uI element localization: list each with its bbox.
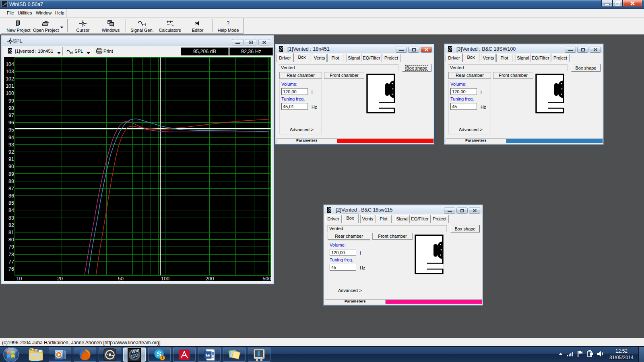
svg-text:99: 99 — [8, 98, 14, 104]
svg-text:101: 101 — [6, 83, 14, 89]
svg-text:200: 200 — [206, 276, 214, 281]
svg-text:87: 87 — [8, 186, 14, 191]
svg-text:1: 1 — [161, 356, 164, 360]
svg-text:97: 97 — [8, 113, 14, 118]
svg-text:86: 86 — [8, 193, 14, 199]
svg-text:77: 77 — [8, 259, 14, 265]
svg-text:95: 95 — [8, 127, 14, 133]
svg-text:91: 91 — [8, 156, 14, 162]
svg-text:93: 93 — [8, 142, 14, 148]
svg-text:89: 89 — [8, 171, 14, 177]
svg-text:80: 80 — [8, 237, 14, 243]
svg-text:100: 100 — [6, 90, 14, 96]
svg-text:103: 103 — [6, 69, 14, 74]
svg-text:50: 50 — [118, 276, 124, 281]
svg-text:88: 88 — [8, 179, 14, 184]
svg-text:85: 85 — [8, 200, 14, 206]
svg-text:102: 102 — [6, 76, 14, 82]
svg-text:W: W — [205, 352, 211, 358]
svg-text:83: 83 — [8, 215, 14, 221]
svg-text:82: 82 — [8, 222, 14, 228]
svg-text:92: 92 — [8, 149, 14, 155]
svg-text:90: 90 — [8, 164, 14, 169]
svg-text:100: 100 — [161, 276, 169, 281]
svg-text:98: 98 — [8, 105, 14, 111]
svg-text:81: 81 — [8, 230, 14, 235]
svg-text:79: 79 — [8, 244, 14, 250]
svg-text:20: 20 — [57, 276, 63, 281]
svg-text:10: 10 — [17, 276, 22, 281]
svg-text:78: 78 — [8, 252, 14, 257]
svg-text:104: 104 — [6, 62, 14, 67]
svg-text:96: 96 — [8, 120, 14, 125]
svg-text:94: 94 — [8, 135, 14, 140]
svg-text:500: 500 — [263, 276, 271, 281]
svg-text:?: ? — [227, 20, 230, 27]
svg-text:76: 76 — [8, 266, 14, 272]
svg-text:84: 84 — [8, 208, 14, 213]
